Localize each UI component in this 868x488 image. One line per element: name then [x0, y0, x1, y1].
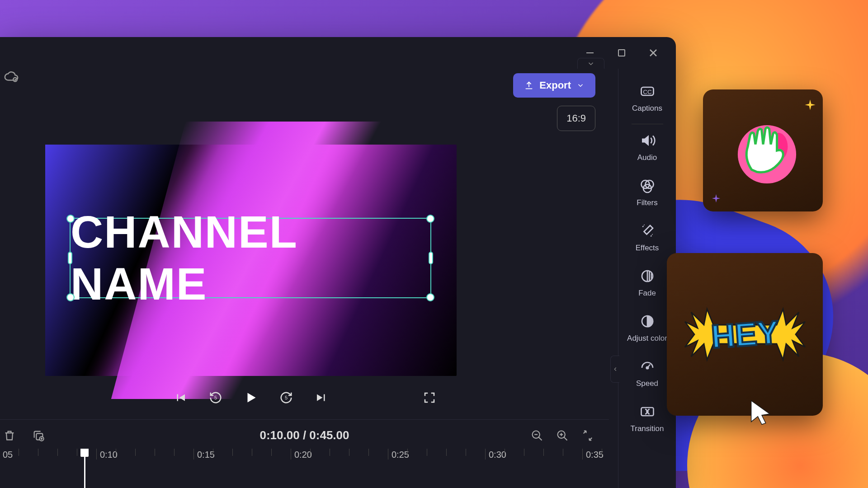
- text-element[interactable]: CHANNEL NAME: [71, 206, 430, 310]
- ruler-tick-minor: [427, 449, 427, 456]
- ruler-tick-minor: [57, 449, 58, 456]
- play-button[interactable]: [242, 389, 260, 407]
- sidebar-item-fade[interactable]: Fade: [623, 263, 672, 306]
- delete-button[interactable]: [2, 428, 17, 443]
- resize-handle-tl[interactable]: [66, 215, 75, 223]
- ruler-tick-major: [388, 449, 388, 460]
- sidebar-item-transition[interactable]: Transition: [623, 398, 672, 441]
- ruler-tick-minor: [543, 449, 544, 456]
- editor-area: Export 16:9 CHANNEL NAME: [0, 69, 618, 488]
- duplicate-button[interactable]: [31, 428, 46, 443]
- ruler-label: 0:25: [392, 450, 409, 460]
- ruler-tick-major: [485, 449, 486, 460]
- ruler-tick-minor: [602, 449, 602, 456]
- svg-text:CC: CC: [643, 89, 652, 95]
- sparkle-icon: [804, 99, 816, 111]
- svg-line-11: [564, 437, 567, 441]
- fit-timeline-button[interactable]: [580, 428, 595, 443]
- ruler-tick-minor: [38, 449, 38, 456]
- ruler-tick-minor: [563, 449, 563, 456]
- ruler-tick-minor: [466, 449, 466, 456]
- sticker-panel-hey[interactable]: HEY: [667, 253, 823, 416]
- ruler-label: 0:20: [294, 450, 312, 460]
- svg-line-8: [539, 437, 542, 441]
- aspect-ratio-button[interactable]: 16:9: [557, 106, 595, 131]
- video-preview[interactable]: CHANNEL NAME: [45, 145, 457, 376]
- maximize-button[interactable]: [615, 46, 628, 60]
- zoom-in-button[interactable]: [555, 428, 570, 443]
- resize-handle-bl[interactable]: [66, 293, 75, 301]
- ruler-label: 0:10: [100, 450, 118, 460]
- sidebar-label: Filters: [637, 198, 657, 207]
- ruler-tick-major: [582, 449, 583, 460]
- resize-handle-mr[interactable]: [429, 252, 433, 264]
- skip-end-button[interactable]: [312, 389, 330, 407]
- sidebar-item-audio[interactable]: Audio: [623, 127, 672, 170]
- ruler-tick-minor: [330, 449, 330, 456]
- sidebar-label: Fade: [638, 289, 656, 298]
- ruler-tick-minor: [252, 449, 252, 456]
- rewind-5-button[interactable]: 5: [207, 389, 225, 407]
- ruler-tick-minor: [135, 449, 136, 456]
- ruler-tick-minor: [446, 449, 447, 456]
- ruler-label: 0:15: [197, 450, 215, 460]
- playback-controls: 5 5: [45, 389, 457, 407]
- cloud-sync-icon[interactable]: [4, 69, 19, 86]
- ruler-tick-minor: [524, 449, 524, 456]
- timeline: 0:10.00 / 0:45.00 050:100:150:200:250:30…: [0, 419, 609, 488]
- sparkle-icon: [711, 193, 721, 203]
- sidebar-collapse-button[interactable]: [610, 356, 619, 383]
- timeline-ruler[interactable]: 050:100:150:200:250:300:35: [0, 449, 609, 488]
- sidebar-item-adjust-color[interactable]: Adjust color: [623, 308, 672, 351]
- skip-start-button[interactable]: [171, 389, 189, 407]
- ruler-tick-minor: [368, 449, 369, 456]
- ruler-tick-minor: [213, 449, 213, 456]
- sidebar-label: Speed: [636, 379, 658, 388]
- ruler-label: 05: [3, 450, 13, 460]
- svg-rect-1: [618, 50, 625, 56]
- close-button[interactable]: [646, 46, 660, 60]
- resize-handle-br[interactable]: [426, 293, 434, 301]
- sidebar-item-effects[interactable]: Effects: [623, 217, 672, 261]
- sidebar-divider: [632, 124, 663, 124]
- zoom-out-button[interactable]: [529, 428, 545, 443]
- hand-wave-sticker-icon: [725, 112, 802, 189]
- timeline-collapse-button[interactable]: [577, 58, 604, 69]
- ruler-tick-minor: [407, 449, 408, 456]
- ruler-label: 0:35: [586, 450, 604, 460]
- sidebar-label: Captions: [632, 104, 662, 113]
- sticker-panel-hand[interactable]: [703, 89, 823, 211]
- fullscreen-button[interactable]: [420, 389, 439, 407]
- sidebar-item-filters[interactable]: Filters: [623, 172, 672, 216]
- sidebar-label: Adjust color: [627, 334, 667, 343]
- resize-handle-tr[interactable]: [426, 215, 434, 223]
- time-display: 0:10.00 / 0:45.00: [259, 428, 349, 443]
- ruler-tick-major: [96, 449, 97, 460]
- ruler-tick-minor: [505, 449, 505, 456]
- ruler-tick-minor: [116, 449, 116, 456]
- ruler-label: 0:30: [489, 450, 506, 460]
- window-titlebar: [0, 37, 676, 69]
- forward-5-button[interactable]: 5: [277, 389, 295, 407]
- resize-handle-ml[interactable]: [68, 252, 72, 264]
- playhead[interactable]: [80, 449, 89, 488]
- ruler-tick-minor: [155, 449, 155, 456]
- svg-text:HEY: HEY: [710, 314, 780, 355]
- current-time: 0:10.00: [259, 428, 299, 442]
- ruler-tick-major: [193, 449, 194, 460]
- sidebar-label: Transition: [630, 424, 664, 433]
- ruler-tick-major: [291, 449, 291, 460]
- hey-sticker-icon: HEY: [682, 294, 808, 375]
- app-window: Export 16:9 CHANNEL NAME: [0, 37, 676, 488]
- ruler-tick-minor: [232, 449, 233, 456]
- ruler-tick-minor: [77, 449, 77, 456]
- ruler-tick-minor: [271, 449, 272, 456]
- ruler-tick-minor: [310, 449, 311, 456]
- sidebar-label: Audio: [637, 153, 657, 162]
- total-time: 0:45.00: [309, 428, 349, 442]
- export-button[interactable]: Export: [513, 73, 595, 98]
- sidebar-item-speed[interactable]: Speed: [623, 353, 672, 396]
- sidebar-item-captions[interactable]: CC Captions: [623, 78, 672, 121]
- sidebar-label: Effects: [636, 244, 659, 253]
- text-element-selection[interactable]: CHANNEL NAME: [70, 218, 431, 298]
